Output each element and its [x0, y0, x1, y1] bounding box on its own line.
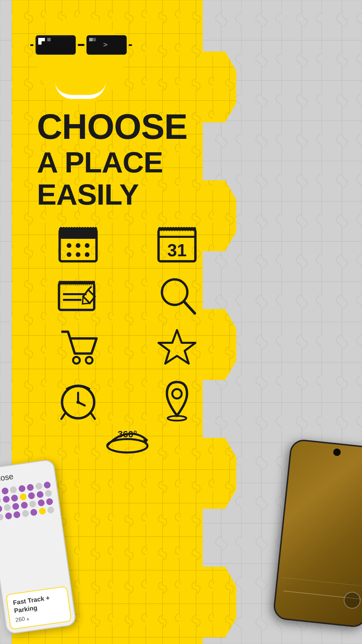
search-icon — [155, 275, 199, 318]
svg-text:360°: 360° — [118, 429, 137, 439]
close-label[interactable]: Close — [0, 472, 14, 483]
mascot-emoji: > — [30, 17, 147, 101]
svg-point-29 — [168, 416, 186, 421]
cart-icon — [56, 327, 100, 370]
seat[interactable] — [0, 488, 0, 496]
svg-point-9 — [85, 252, 89, 257]
seat[interactable] — [11, 494, 18, 502]
seat[interactable] — [36, 491, 44, 498]
seat[interactable] — [1, 487, 9, 495]
svg-text:31: 31 — [167, 240, 187, 260]
alarm-icon-item — [30, 379, 126, 422]
svg-point-8 — [76, 252, 80, 257]
seat[interactable] — [28, 492, 36, 500]
sunglasses: > — [30, 35, 132, 55]
seat[interactable] — [29, 500, 37, 508]
location-icon — [155, 379, 199, 422]
ar-line-2 — [281, 577, 362, 586]
seat[interactable] — [30, 508, 38, 516]
360-icon-item: 360° — [102, 427, 153, 461]
svg-rect-13 — [59, 283, 94, 310]
svg-point-5 — [76, 243, 80, 248]
glasses-lens-left — [36, 35, 76, 55]
seat[interactable] — [18, 485, 26, 492]
seat[interactable] — [26, 484, 34, 491]
seat[interactable] — [2, 495, 10, 503]
seat[interactable] — [21, 510, 29, 518]
svg-line-16 — [88, 286, 92, 290]
seat[interactable] — [20, 501, 28, 509]
star-icon — [155, 327, 199, 370]
seat[interactable] — [45, 490, 53, 497]
ticket-edit-icon — [56, 275, 100, 318]
svg-point-20 — [86, 357, 93, 364]
svg-point-4 — [67, 243, 71, 248]
cart-icon-item — [30, 327, 126, 370]
glasses-bridge — [78, 44, 84, 46]
seat[interactable] — [47, 506, 55, 514]
seat[interactable] — [5, 512, 12, 520]
calendar-grid-icon-item — [30, 223, 126, 266]
seat[interactable] — [38, 499, 45, 507]
search-icon-item — [129, 275, 225, 318]
svg-point-27 — [76, 400, 80, 404]
svg-line-18 — [184, 302, 195, 313]
seat[interactable] — [12, 503, 20, 511]
seat[interactable] — [0, 497, 1, 504]
glasses-arm-right — [129, 44, 132, 46]
calendar-date-icon-item: 31 — [129, 223, 225, 266]
glasses-lens-right: > — [86, 35, 127, 55]
seat[interactable] — [0, 513, 4, 521]
calendar-grid-icon — [56, 223, 100, 266]
360-view-icon: 360° — [102, 427, 153, 461]
title-area: CHOOSE A PLACE EASILY — [13, 107, 241, 211]
seat[interactable] — [46, 498, 54, 505]
seat[interactable] — [0, 505, 3, 513]
seat[interactable] — [44, 481, 51, 489]
location-icon-item — [129, 379, 225, 422]
svg-line-23 — [61, 414, 65, 419]
seat[interactable] — [35, 482, 43, 490]
svg-point-6 — [85, 243, 89, 248]
calendar-date-icon: 31 — [155, 223, 199, 266]
title-line2: A PLACE EASILY — [37, 146, 241, 211]
star-icon-item — [129, 327, 225, 370]
ticket-edit-icon-item — [30, 275, 126, 318]
seat-selected[interactable] — [39, 507, 46, 515]
title-line1: CHOOSE — [37, 107, 241, 146]
seat[interactable] — [10, 486, 17, 494]
svg-point-19 — [73, 357, 80, 364]
svg-point-28 — [172, 389, 182, 398]
svg-point-7 — [67, 252, 71, 257]
svg-line-24 — [92, 414, 95, 419]
glasses-arm-left — [30, 44, 34, 46]
seat-grid — [0, 481, 55, 521]
features-grid: 31 — [13, 223, 241, 422]
alarm-icon — [56, 379, 100, 422]
seat-selected[interactable] — [19, 493, 27, 501]
svg-marker-21 — [159, 330, 195, 364]
ticket-card: Fast Track + Parking 260 ₼ — [6, 586, 72, 630]
ar-circle — [343, 591, 361, 609]
seat[interactable] — [13, 511, 21, 519]
seat[interactable] — [3, 504, 11, 512]
